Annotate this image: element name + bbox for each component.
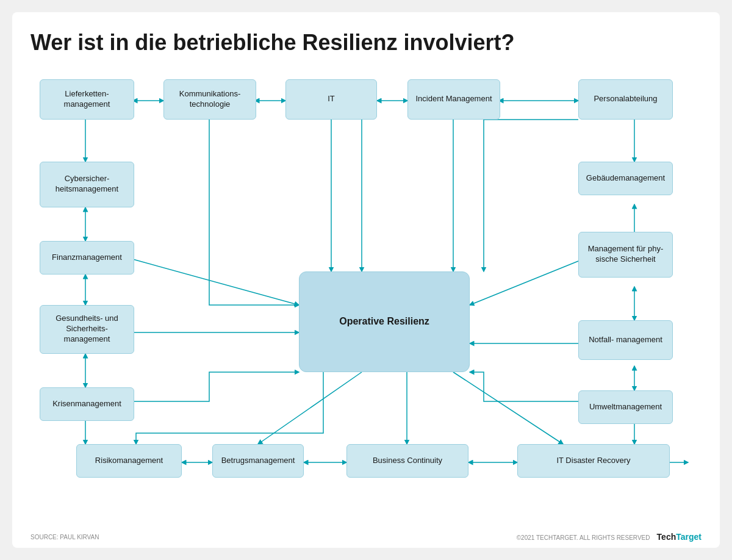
box-incident-management: Incident Management [407, 79, 500, 120]
footer-right: ©2021 TECHTARGET. ALL RIGHTS RESERVED Te… [517, 532, 702, 542]
box-cybersicherheitsmanagement: Cybersicher- heitsmanagement [40, 162, 134, 207]
box-operative-resilienz: Operative Resilienz [299, 271, 470, 372]
svg-line-25 [258, 372, 362, 444]
diagram: Lieferketten- management Kommunikations-… [30, 67, 702, 512]
box-kommunikationstechnologie: Kommunikations- technologie [163, 79, 256, 120]
box-gebaeudemanagement: Gebäudemanagement [578, 162, 673, 195]
footer-brand: TechTarget [657, 532, 702, 542]
box-notfallmanagement: Notfall- management [578, 320, 673, 360]
svg-line-19 [470, 261, 578, 305]
box-personalabteilung: Personalabteilung [578, 79, 673, 120]
box-it-disaster-recovery: IT Disaster Recovery [517, 444, 670, 478]
box-finanzmanagement: Finanzmanagement [40, 241, 134, 275]
box-betrugsmanagement: Betrugsmanagement [212, 444, 304, 478]
box-it: IT [285, 79, 377, 120]
box-umweltmanagement: Umweltmanagement [578, 390, 673, 424]
box-management-physische-sicherheit: Management für phy- sische Sicherheit [578, 232, 673, 278]
box-risikomanagement: Risikomanagement [76, 444, 182, 478]
svg-line-27 [453, 372, 563, 444]
page-title: Wer ist in die betriebliche Resilienz in… [30, 31, 702, 55]
footer-source: SOURCE: PAUL KIRVAN [30, 534, 99, 540]
footer: SOURCE: PAUL KIRVAN ©2021 TECHTARGET. AL… [30, 532, 702, 542]
footer-copyright: ©2021 TECHTARGET. ALL RIGHTS RESERVED [517, 534, 650, 541]
box-business-continuity: Business Continuity [346, 444, 468, 478]
main-card: Wer ist in die betriebliche Resilienz in… [12, 12, 720, 548]
box-gesundheits-sicherheitsmanagement: Gesundheits- und Sicherheits- management [40, 305, 134, 354]
box-krisenmanagement: Krisenmanagement [40, 387, 134, 421]
box-lieferkettenmanagement: Lieferketten- management [40, 79, 134, 120]
svg-line-17 [133, 259, 299, 305]
